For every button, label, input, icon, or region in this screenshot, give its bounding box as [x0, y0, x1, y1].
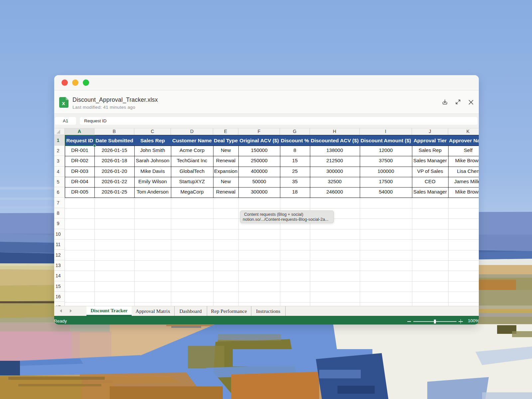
svg-text:x: x: [62, 100, 65, 106]
